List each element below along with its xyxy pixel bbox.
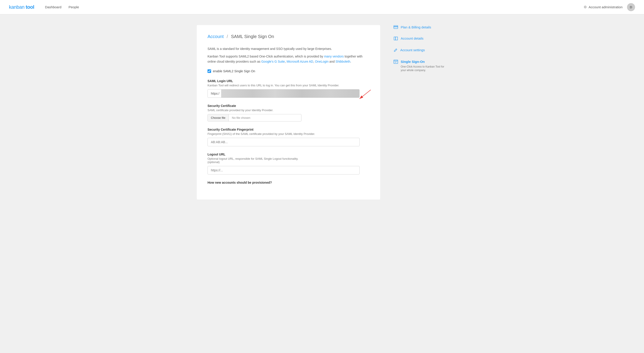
main-container: Account / SAML Single Sign On SAML is a … <box>188 14 456 210</box>
desc-comma1: , <box>285 60 287 63</box>
saml-enable-checkbox[interactable] <box>208 69 211 73</box>
breadcrumb: Account / SAML Single Sign On <box>208 34 370 39</box>
header-right: ⚙ Account administration D <box>584 3 635 11</box>
saml-enable-label[interactable]: enable SAML2 Single Sign On <box>213 69 255 73</box>
svg-line-1 <box>360 90 371 99</box>
red-arrow-annotation <box>357 88 375 103</box>
logout-url-desc: Optional logout URL, responsible for SAM… <box>208 157 370 164</box>
account-details-link[interactable]: Account details <box>401 36 424 41</box>
sidebar-item-account-settings[interactable]: Account settings <box>394 48 447 53</box>
choose-file-button[interactable]: Choose file <box>208 114 229 121</box>
single-sign-on-link[interactable]: Single Sign-On <box>401 60 425 64</box>
saml-description: SAML is a standard for identity manageme… <box>208 46 370 64</box>
book-icon <box>394 37 398 42</box>
cert-fingerprint-label: Security Certificate Fingerprint <box>208 128 370 131</box>
avatar[interactable]: D <box>627 3 635 11</box>
sidebar-item-single-sign-on[interactable]: Single Sign-On One-Click Access to Kanba… <box>394 60 447 72</box>
nav-dashboard[interactable]: Dashboard <box>45 5 61 9</box>
sidebar-item-account-details[interactable]: Account details <box>394 36 447 42</box>
cert-fingerprint-desc: Fingerprint (SHA1) of the SAML certifica… <box>208 132 370 136</box>
breadcrumb-separator: / <box>227 34 228 39</box>
sso-sub-text: One-Click Access to Kanban Tool for your… <box>401 65 447 73</box>
content-panel: Account / SAML Single Sign On SAML is a … <box>197 25 380 200</box>
logo[interactable]: kanban tool <box>9 4 34 10</box>
security-certificate-field: Security Certificate SAML certificate pr… <box>208 104 370 122</box>
breadcrumb-current: SAML Single Sign On <box>231 34 274 39</box>
logout-url-field: Logout URL Optional logout URL, responsi… <box>208 153 370 174</box>
cert-fingerprint-field: Security Certificate Fingerprint Fingerp… <box>208 128 370 146</box>
saml-login-url-input[interactable] <box>208 89 360 98</box>
main-nav: Dashboard People <box>45 5 584 9</box>
desc-pre: Kanban Tool supports SAML2 based One-Cli… <box>208 55 324 58</box>
file-input-wrapper: Choose file No file chosen <box>208 114 302 122</box>
onelogin-link[interactable]: OneLogin <box>315 60 328 63</box>
security-cert-label: Security Certificate <box>208 104 370 108</box>
plan-billing-link[interactable]: Plan & Billing details <box>401 25 431 30</box>
breadcrumb-account-link[interactable]: Account <box>208 34 224 39</box>
cert-fingerprint-input[interactable] <box>208 138 360 146</box>
saml-enable-checkbox-row: enable SAML2 Single Sign On <box>208 69 370 73</box>
header: kanban tool Dashboard People ⚙ Account a… <box>0 0 644 14</box>
credit-card-icon <box>394 25 398 30</box>
no-file-chosen-text: No file chosen <box>229 114 253 121</box>
saml-login-url-desc: Kanban Tool will redirect users to this … <box>208 84 370 87</box>
desc-and: and <box>328 60 336 63</box>
sso-sidebar-content: Single Sign-On One-Click Access to Kanba… <box>401 60 447 72</box>
edit-icon <box>394 48 398 53</box>
provisioning-field: How new accounts should be provisioned? <box>208 181 370 184</box>
saml-login-url-field: SAML Login URL Kanban Tool will redirect… <box>208 79 370 98</box>
description-line1: SAML is a standard for identity manageme… <box>208 46 370 51</box>
description-line2: Kanban Tool supports SAML2 based One-Cli… <box>208 54 370 64</box>
saml-login-url-wrapper <box>208 89 360 98</box>
provisioning-label: How new accounts should be provisioned? <box>208 181 370 184</box>
desc-end: . <box>350 60 351 63</box>
security-cert-desc: SAML certificate provided by your Identi… <box>208 109 370 112</box>
shibboleth-link[interactable]: Shibboleth <box>336 60 350 63</box>
sidebar: Plan & Billing details Account details A… <box>394 25 447 200</box>
logout-url-label: Logout URL <box>208 153 370 156</box>
account-admin-label: Account administration <box>588 5 622 9</box>
gear-icon: ⚙ <box>584 5 587 9</box>
account-settings-link[interactable]: Account settings <box>400 48 425 52</box>
azure-ad-link[interactable]: Microsoft Azure AD <box>287 60 313 63</box>
svg-rect-3 <box>394 27 398 27</box>
google-gsuite-link[interactable]: Google's G Suite <box>261 60 285 63</box>
logout-url-input[interactable] <box>208 166 360 174</box>
saml-login-url-label: SAML Login URL <box>208 79 370 83</box>
sidebar-item-plan-billing[interactable]: Plan & Billing details <box>394 25 447 30</box>
nav-people[interactable]: People <box>69 5 79 9</box>
account-admin-link[interactable]: ⚙ Account administration <box>584 5 622 9</box>
many-vendors-link[interactable]: many vendors <box>324 55 344 58</box>
sso-icon <box>394 60 398 65</box>
